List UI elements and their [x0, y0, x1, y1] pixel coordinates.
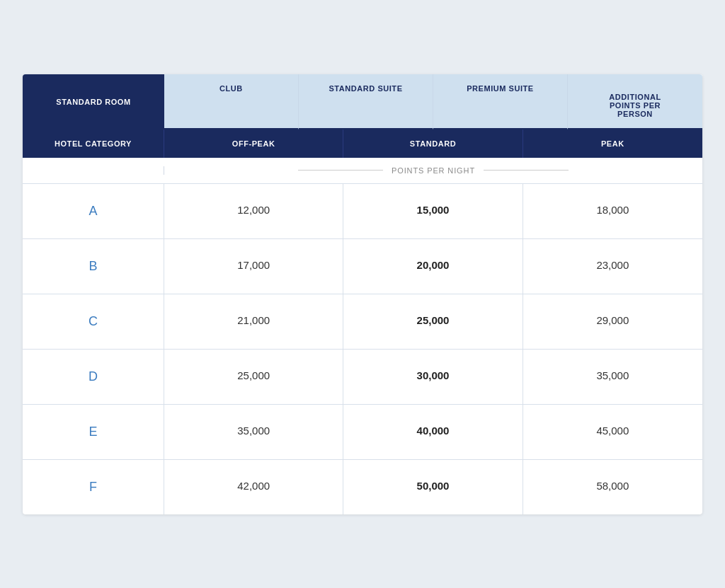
pricing-table: STANDARD ROOM CLUB STANDARD SUITE PREMIU…: [23, 74, 702, 514]
header-label-additional-points: ADDITIONAL POINTS PER PERSON: [609, 93, 661, 118]
data-rows: A 12,000 15,000 18,000 B 17,000 20,000 2…: [23, 183, 702, 514]
points-per-night-label: POINTS PER NIGHT: [164, 166, 702, 175]
category-cell: B: [23, 239, 164, 294]
points-label-row: POINTS PER NIGHT: [23, 158, 702, 183]
peak-cell: 29,000: [523, 294, 702, 349]
header-standard-suite: STANDARD SUITE: [299, 74, 433, 129]
standard-cell: 50,000: [343, 460, 523, 514]
off-peak-cell: 35,000: [164, 405, 343, 459]
subheader-label-off-peak: OFF-PEAK: [232, 139, 275, 148]
subheader-off-peak: OFF-PEAK: [164, 129, 343, 158]
header-standard-room: STANDARD ROOM: [23, 74, 164, 129]
header-label-standard-suite: STANDARD SUITE: [329, 84, 402, 93]
header-label-standard-room: STANDARD ROOM: [56, 98, 130, 106]
off-peak-cell: 17,000: [164, 239, 343, 294]
subheader-label-standard: STANDARD: [410, 139, 456, 148]
off-peak-cell: 21,000: [164, 294, 343, 349]
table-row: D 25,000 30,000 35,000: [23, 349, 702, 404]
peak-cell: 58,000: [523, 460, 702, 514]
table-row: E 35,000 40,000 45,000: [23, 404, 702, 459]
points-empty-cell: [23, 166, 164, 175]
category-cell: A: [23, 184, 164, 238]
standard-cell: 40,000: [343, 405, 523, 459]
top-header-row: STANDARD ROOM CLUB STANDARD SUITE PREMIU…: [23, 74, 702, 129]
off-peak-cell: 25,000: [164, 350, 343, 404]
peak-cell: 18,000: [523, 184, 702, 238]
category-cell: F: [23, 460, 164, 514]
table-row: A 12,000 15,000 18,000: [23, 184, 702, 238]
standard-cell: 25,000: [343, 294, 523, 349]
subheader-hotel-category: HOTEL CATEGORY: [23, 129, 164, 158]
table-row: C 21,000 25,000 29,000: [23, 294, 702, 349]
subheader-standard: STANDARD: [343, 129, 523, 158]
sub-header-row: HOTEL CATEGORY OFF-PEAK STANDARD PEAK: [23, 129, 702, 158]
header-additional-points: ADDITIONAL POINTS PER PERSON: [568, 74, 702, 129]
table-row: B 17,000 20,000 23,000: [23, 238, 702, 294]
standard-cell: 15,000: [343, 184, 523, 238]
off-peak-cell: 42,000: [164, 460, 343, 514]
peak-cell: 45,000: [523, 405, 702, 459]
subheader-label-peak: PEAK: [601, 139, 624, 148]
standard-cell: 20,000: [343, 239, 523, 294]
category-cell: E: [23, 405, 164, 459]
standard-cell: 30,000: [343, 350, 523, 404]
header-premium-suite: PREMIUM SUITE: [433, 74, 568, 129]
header-label-club: CLUB: [219, 84, 243, 93]
off-peak-cell: 12,000: [164, 184, 343, 238]
header-club: CLUB: [164, 74, 299, 129]
category-cell: D: [23, 350, 164, 404]
category-cell: C: [23, 294, 164, 349]
subheader-peak: PEAK: [523, 129, 702, 158]
table-row: F 42,000 50,000 58,000: [23, 459, 702, 514]
subheader-label-hotel-category: HOTEL CATEGORY: [55, 139, 132, 148]
header-label-premium-suite: PREMIUM SUITE: [467, 84, 534, 93]
peak-cell: 23,000: [523, 239, 702, 294]
peak-cell: 35,000: [523, 350, 702, 404]
